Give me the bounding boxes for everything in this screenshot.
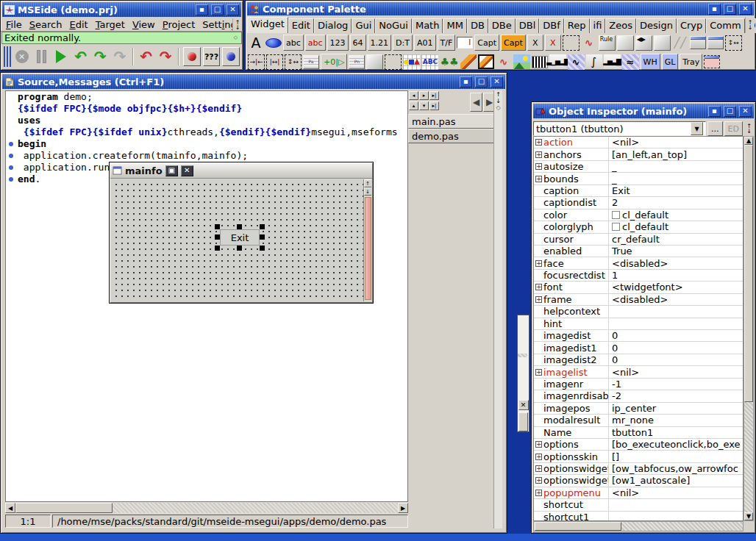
expand-icon[interactable]: + bbox=[535, 441, 542, 448]
expand-icon[interactable]: + bbox=[535, 260, 542, 267]
menu-project[interactable]: Project bbox=[159, 19, 199, 30]
property-value[interactable]: 2 bbox=[609, 197, 743, 208]
property-value[interactable]: cl_default bbox=[609, 209, 743, 221]
widgethandle-component[interactable]: WH bbox=[641, 54, 660, 70]
property-value[interactable]: 0 bbox=[609, 343, 743, 354]
breakpoint-icon[interactable] bbox=[222, 47, 240, 66]
property-row-focusrectdist[interactable]: focusrectdist1 bbox=[534, 270, 743, 282]
menu-edit[interactable]: Edit bbox=[65, 19, 91, 30]
property-value[interactable]: _ bbox=[609, 161, 743, 172]
expand-icon[interactable]: + bbox=[535, 284, 542, 290]
resize-handle[interactable] bbox=[215, 234, 220, 240]
property-row-imagedist1[interactable]: imagedist10 bbox=[534, 342, 743, 354]
file-tab-demo-pas[interactable]: demo.pas bbox=[408, 129, 498, 143]
inspector-scroll-arrows[interactable]: ↑↓ bbox=[744, 121, 754, 136]
close-button[interactable]: ✕ bbox=[181, 165, 193, 176]
menu-file[interactable]: File bbox=[2, 19, 26, 30]
scrollbar-thumb[interactable] bbox=[744, 145, 753, 402]
maximize-button[interactable]: □ bbox=[211, 4, 224, 15]
menu-scroll-arrows[interactable]: ↑↓ bbox=[232, 18, 242, 31]
close-button[interactable]: ✕ bbox=[739, 4, 752, 15]
property-row-popupmenu[interactable]: +popupmenu<nil> bbox=[534, 487, 743, 499]
property-row-colorglyph[interactable]: colorglyphcl_default bbox=[534, 221, 743, 233]
tab-dbl[interactable]: DBl bbox=[516, 18, 540, 33]
tab-mm[interactable]: MM bbox=[443, 18, 466, 33]
property-value[interactable]: <nil> bbox=[609, 137, 743, 148]
exit-button[interactable]: Exit bbox=[220, 229, 260, 246]
imagelist-component[interactable]: ♣♣ bbox=[440, 54, 458, 70]
barchart-component[interactable]: ▂▅▃▇ bbox=[604, 54, 621, 69]
property-value[interactable]: cl_default bbox=[609, 221, 743, 232]
formatedit-component[interactable]: A01 bbox=[414, 35, 436, 51]
tab-dbe[interactable]: DBe bbox=[488, 18, 516, 33]
tab-cryp[interactable]: Cryp bbox=[677, 18, 706, 33]
maximize-button[interactable]: □ bbox=[724, 4, 736, 15]
code-line-4[interactable]: {$ifdef FPC}{$ifdef unix}cthreads,{$endi… bbox=[6, 126, 407, 138]
property-row-imagedist2[interactable]: imagedist20 bbox=[534, 354, 743, 366]
realedit-component[interactable]: 1.21 bbox=[368, 35, 392, 51]
scrollpanel-component[interactable] bbox=[617, 35, 634, 51]
ellipsis-button[interactable]: ... bbox=[707, 121, 723, 136]
cancelbutton-component[interactable]: X bbox=[545, 35, 561, 51]
property-value[interactable]: -1 bbox=[609, 379, 743, 390]
curvechart-component[interactable]: ∫ bbox=[586, 54, 602, 69]
abort-icon[interactable]: ✕ bbox=[13, 47, 31, 66]
code-line-2[interactable]: {$ifdef FPC}{$mode objfpc}{$h+}{$endif} bbox=[6, 103, 407, 115]
code-line-1[interactable]: program demo; bbox=[6, 91, 407, 103]
scrollbar-track[interactable] bbox=[744, 402, 753, 512]
run-icon[interactable] bbox=[52, 47, 70, 66]
minimize-button[interactable]: ▪ bbox=[708, 4, 721, 15]
nav-button-1[interactable]: ▸ bbox=[419, 91, 429, 100]
dock-grip[interactable] bbox=[518, 354, 527, 357]
ed-button[interactable]: ED bbox=[724, 121, 743, 136]
property-value[interactable]: <disabled> bbox=[609, 294, 743, 305]
resize-handle[interactable] bbox=[215, 224, 220, 229]
expand-icon[interactable]: + bbox=[535, 477, 542, 484]
stepbox-component[interactable]: +0|▷ bbox=[321, 54, 347, 70]
sparkbar-component[interactable]: ▃▁▅▂▇ bbox=[549, 54, 566, 69]
chart-component[interactable]: ∿ bbox=[568, 54, 585, 70]
inspector-vertical-scrollbar[interactable]: ▲ ▼ bbox=[743, 136, 754, 521]
tab-dialog[interactable]: Dialog bbox=[314, 18, 352, 33]
source-titlebar[interactable]: Source,Messages (Ctrl+F1) ▪ □ ✕ bbox=[2, 74, 505, 89]
up-arrow-icon[interactable]: ▲ bbox=[744, 137, 753, 145]
code-line-5[interactable]: begin bbox=[6, 138, 407, 150]
expand-icon[interactable]: + bbox=[535, 163, 542, 170]
property-value[interactable]: <nil> bbox=[609, 487, 743, 498]
designsplitter-component[interactable]: ∿ bbox=[496, 54, 512, 70]
minimize-button[interactable]: ▪ bbox=[196, 4, 208, 15]
ruleframe-component[interactable]: Rule bbox=[599, 35, 616, 51]
expand-icon[interactable]: + bbox=[535, 465, 542, 472]
scrollbar-thumb[interactable] bbox=[15, 503, 113, 513]
file-tab-main-pas[interactable]: main.pas bbox=[408, 114, 498, 129]
resize-handle[interactable] bbox=[237, 224, 242, 229]
xyspacer-component[interactable]: ↕↔ bbox=[285, 54, 302, 70]
dock-close-button[interactable]: ✕ bbox=[518, 400, 529, 409]
property-row-frame[interactable]: +frame<disabled> bbox=[534, 294, 743, 306]
maximize-button[interactable]: □ bbox=[724, 106, 736, 117]
xychart-component[interactable]: ≈ bbox=[622, 54, 639, 70]
splitpanel-component[interactable]: ◀▶ bbox=[635, 35, 652, 51]
property-row-shortcut[interactable]: shortcut bbox=[534, 499, 743, 511]
property-row-imagelist[interactable]: +imagelist<nil> bbox=[534, 366, 743, 378]
property-row-modalresult[interactable]: modalresultmr_none bbox=[534, 415, 743, 426]
property-row-imagedist[interactable]: imagedist0 bbox=[534, 330, 743, 342]
run-to-cursor-icon[interactable]: ↶ bbox=[138, 47, 155, 66]
booleanedit-component[interactable]: T/F bbox=[438, 35, 456, 51]
property-row-face[interactable]: +face<disabled> bbox=[534, 257, 743, 269]
dock-splitter-bar[interactable]: ✕ bbox=[517, 315, 529, 432]
property-value[interactable]: [ow1_autoscale] bbox=[609, 475, 743, 486]
selected-widget[interactable]: Exit bbox=[215, 224, 265, 251]
tab-nogui[interactable]: NoGui bbox=[375, 18, 412, 33]
minimize-button[interactable]: ▪ bbox=[460, 76, 472, 87]
property-value[interactable]: tbutton1 bbox=[609, 427, 743, 438]
tab-ifi[interactable]: ifi bbox=[590, 18, 606, 33]
property-value[interactable]: 0 bbox=[609, 354, 743, 365]
menu-search[interactable]: Search bbox=[26, 19, 66, 30]
dock-thumb[interactable] bbox=[518, 412, 528, 431]
property-value[interactable]: -2 bbox=[609, 390, 743, 401]
label-component[interactable]: A bbox=[248, 35, 264, 51]
scrollbox-component[interactable]: ↕↔ bbox=[725, 35, 742, 51]
splitter-component[interactable]: ∿ bbox=[581, 35, 597, 51]
inspector-horizontal-scrollbar[interactable] bbox=[533, 521, 743, 531]
